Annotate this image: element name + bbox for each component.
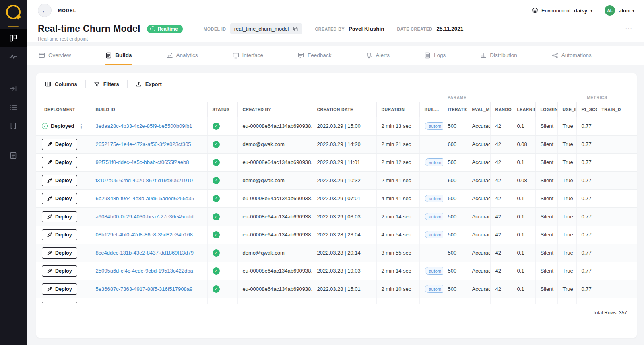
cell-created-by: eu-00008e64ac134ab690938...: [237, 207, 312, 226]
qwak-logo-icon[interactable]: [6, 5, 21, 19]
tab-logs[interactable]: Logs: [424, 46, 446, 65]
sidebar-item-docs[interactable]: [0, 146, 27, 165]
build-id-link[interactable]: 5e36687c-7363-4917-88f5-316f517908a9: [96, 286, 193, 292]
cell-status: [207, 298, 237, 304]
back-button[interactable]: [38, 4, 52, 17]
rocket-icon: [47, 196, 52, 201]
deploy-button[interactable]: Deploy: [42, 229, 77, 240]
cell-use-best: True: [557, 244, 576, 262]
col-f1-score: F1_SCOR: [576, 102, 597, 117]
deploy-button[interactable]: Deploy: [42, 139, 77, 150]
tab-builds[interactable]: Builds: [105, 46, 132, 65]
cell-duration: 2 min 12 sec: [376, 153, 419, 171]
environment-selector[interactable]: Environment daisy: [532, 7, 592, 14]
cell-build-id: 08b129ef-4bf0-42d8-86e8-35d82e345168: [91, 226, 207, 244]
export-button[interactable]: Export: [128, 81, 170, 87]
cell-learning: 0.1: [512, 226, 535, 244]
cell-creation-date: 2022.03.28 | 19:03: [312, 262, 376, 280]
cell-creation-date: 2022.03.29 | 11:01: [312, 153, 376, 171]
more-options-button[interactable]: [625, 25, 632, 33]
copy-icon[interactable]: [293, 26, 298, 32]
filters-button[interactable]: Filters: [86, 81, 127, 87]
cell-duration: 2 min 41 sec: [376, 171, 419, 189]
build-id-link[interactable]: 6b29848b-f9e4-4e8b-a0d6-5aded6255d35: [96, 195, 194, 201]
cell-iterations: 500: [443, 189, 467, 207]
sidebar-item-activity[interactable]: [0, 47, 27, 66]
cell-f1-score: 0.77: [576, 153, 597, 171]
deploy-button[interactable]: Deploy: [42, 302, 77, 305]
page-title: Real-time Churn Model: [38, 23, 140, 34]
sidebar-item-builds-list[interactable]: [0, 98, 27, 117]
cell-created-by: eu-00008e64ac134ab690938...: [237, 226, 312, 244]
status-success-icon: [213, 177, 220, 184]
user-menu[interactable]: AL alon: [605, 5, 634, 16]
deploy-button[interactable]: Deploy: [42, 193, 77, 204]
model-id-chip: real_time_churn_model: [230, 23, 302, 34]
col-eval-metric: EVAL_ME: [467, 102, 490, 117]
total-rows: Total Rows: 357: [593, 310, 627, 316]
cell-use-best: True: [557, 171, 576, 189]
row-menu-icon[interactable]: [78, 123, 84, 129]
check-circle-icon: [150, 26, 155, 31]
cell-build-tag: [419, 171, 443, 189]
table-footer: Total Rows: 357: [36, 304, 637, 338]
build-id-link[interactable]: 92f751f0-ddec-4a5c-bbab-cf0655f2aeb8: [96, 159, 189, 165]
cell-iterations: 500: [443, 207, 467, 226]
cell-logging: Silent: [535, 298, 557, 304]
cell-random: 42: [490, 117, 512, 135]
builds-table-viewport[interactable]: PARAME METRICS DEPLOYMENT BUILD ID STATU…: [36, 92, 637, 304]
sidebar-item-dashboard[interactable]: [0, 29, 27, 47]
build-id-link[interactable]: 2652175e-1e4e-472a-af50-3f2e023cf305: [96, 141, 191, 147]
deploy-button[interactable]: Deploy: [42, 175, 77, 186]
cell-train: [597, 244, 637, 262]
cell-build-id: 0300bb3a-da6a-4c0c-a007-7a1d0705ada0: [91, 298, 207, 304]
build-id-link[interactable]: 25095a6d-cf4c-4ede-9cbd-19513c422dba: [96, 268, 193, 274]
build-id-link[interactable]: 3edaa28c-4b33-4c2e-85f9-be5500b09fb1: [96, 123, 192, 129]
cell-creation-date: 2022.03.29 | 03:03: [312, 207, 376, 226]
cell-build-tag: [419, 298, 443, 304]
cell-deployment: Deploy Deploy: [36, 226, 91, 244]
build-id-link[interactable]: 08b129ef-4bf0-42d8-86e8-35d82e345168: [96, 232, 193, 238]
tab-feedback[interactable]: Feedback: [298, 46, 331, 65]
deploy-label: Deploy: [55, 160, 72, 165]
export-icon: [136, 81, 142, 87]
build-id-link[interactable]: f3107a05-62bd-4020-867f-d19d80921910: [96, 177, 193, 183]
table-row: Deploy Deploy 08b129ef-4bf0-42d8-86e8-35…: [36, 226, 637, 244]
deploy-button[interactable]: Deploy: [42, 157, 77, 168]
cell-build-tag: autom: [419, 189, 443, 207]
model-subtitle: Real-time rest endpoint: [38, 36, 634, 42]
cell-logging: Silent: [535, 262, 557, 280]
cell-iterations: 500: [443, 226, 467, 244]
build-id-link[interactable]: 8ce4ddec-131b-43e2-8437-dd1869f13d79: [96, 250, 194, 256]
build-id-link[interactable]: a9084b00-0c29-4030-bea7-27e36e45ccfd: [96, 214, 194, 220]
tab-analytics[interactable]: Analytics: [167, 46, 198, 65]
cell-logging: Silent: [535, 280, 557, 298]
tab-alerts[interactable]: Alerts: [366, 46, 390, 65]
cell-logging: Silent: [535, 189, 557, 207]
cell-learning: 0.08: [512, 298, 535, 304]
cell-use-best: True: [557, 262, 576, 280]
deploy-button[interactable]: Deploy: [42, 247, 77, 259]
tab-distribution[interactable]: Distribution: [480, 46, 517, 65]
deploy-button[interactable]: Deploy: [42, 265, 77, 277]
col-status: STATUS: [207, 102, 237, 117]
tab-label: Analytics: [176, 52, 198, 58]
tab-interface[interactable]: Interface: [233, 46, 264, 65]
cell-iterations: 600: [443, 171, 467, 189]
cell-duration: 2 min 13 sec: [376, 117, 419, 135]
sidebar-item-deployments[interactable]: [0, 80, 27, 98]
deploy-button[interactable]: Deploy: [42, 283, 77, 295]
cell-random: 42: [490, 244, 512, 262]
deploy-button[interactable]: Deploy: [42, 211, 77, 222]
deploy-label: Deploy: [55, 232, 72, 238]
cell-use-best: True: [557, 135, 576, 153]
table-row: Deployed Deployed 3edaa28c-4b33-4c2e-85f…: [36, 117, 637, 135]
deploy-label: Deploy: [55, 286, 72, 292]
tab-automations[interactable]: Automations: [552, 46, 592, 65]
cell-status: [207, 117, 237, 135]
cell-iterations: 500: [443, 244, 467, 262]
sidebar-item-api[interactable]: [0, 117, 27, 135]
tab-overview[interactable]: Overview: [39, 46, 71, 65]
columns-button[interactable]: Columns: [44, 81, 85, 87]
cell-f1-score: 0.77: [576, 244, 597, 262]
